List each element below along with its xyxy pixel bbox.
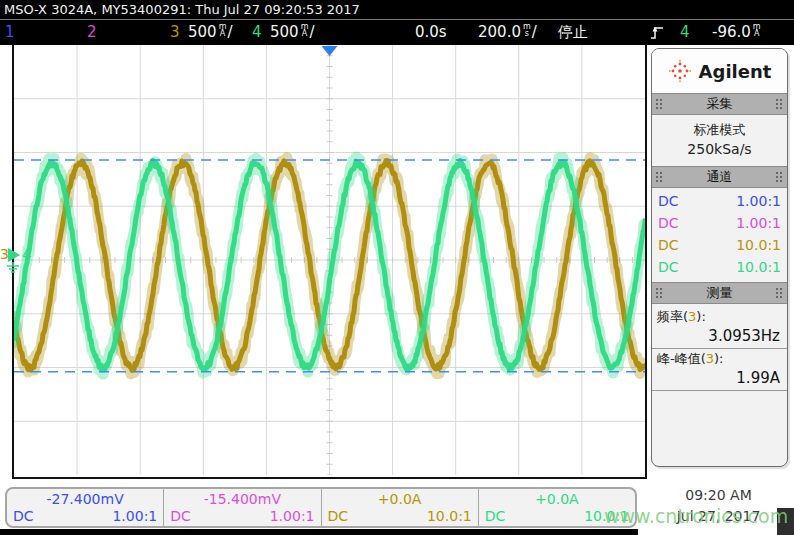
channel1-button[interactable]: 1 bbox=[5, 20, 15, 44]
grip-icon bbox=[775, 287, 784, 299]
trigger-slope-icon bbox=[650, 24, 664, 48]
titlebar-text: MSO-X 3024A, MY53400291: Thu Jul 27 09:2… bbox=[4, 2, 360, 17]
channel4-ground-arrow-icon bbox=[8, 248, 20, 262]
watermark: www.cntronics.com bbox=[604, 505, 788, 527]
brand-name: Agilent bbox=[699, 61, 772, 82]
channel3-button[interactable]: 3 bbox=[170, 20, 180, 44]
ground-marker-cluster[interactable]: 3 4 bbox=[0, 240, 44, 276]
grip-icon bbox=[655, 98, 664, 110]
grip-icon bbox=[655, 171, 664, 183]
channel3-offset-value: +0.0A bbox=[322, 490, 478, 508]
status-toolbar: 1 2 3 500mA/ 4 500mA/ 0.0s 200.0ms/ 停止 4… bbox=[0, 19, 794, 45]
channels-panel: DC1.00:1 DC1.00:1 DC10.0:1 DC10.0:1 bbox=[652, 188, 787, 282]
channel4-scale[interactable]: 500mA/ bbox=[270, 20, 315, 44]
channel1-offset-value: -27.400mV bbox=[7, 490, 163, 508]
millisecond-unit: ms bbox=[523, 23, 531, 37]
clock-time: 09:20 AM bbox=[647, 485, 790, 505]
channel2-button[interactable]: 2 bbox=[87, 20, 97, 44]
grip-icon bbox=[655, 287, 664, 299]
channel3-summary[interactable]: DC10.0:1 bbox=[652, 234, 787, 256]
ground-symbol-icon bbox=[7, 262, 19, 272]
acquire-panel-header[interactable]: 采集 bbox=[652, 93, 787, 115]
channel3-scale[interactable]: 500mA/ bbox=[188, 20, 233, 44]
coupling-label: DC bbox=[328, 508, 349, 525]
channel3-status-box[interactable]: +0.0A DC10.0:1 bbox=[322, 489, 479, 526]
oscilloscope-screen: MSO-X 3024A, MY53400291: Thu Jul 27 09:2… bbox=[0, 0, 794, 535]
channel2-offset-value: -15.400mV bbox=[164, 490, 320, 508]
measure-panel-header[interactable]: 测量 bbox=[652, 282, 787, 304]
sample-rate: 250kSa/s bbox=[656, 139, 783, 159]
milliamp-unit: mA bbox=[301, 23, 309, 37]
trigger-level[interactable]: -96.0mA bbox=[712, 20, 762, 44]
measure-pkpk-label: 峰-峰值(3): bbox=[652, 349, 787, 368]
channel1-summary[interactable]: DC1.00:1 bbox=[652, 190, 787, 212]
milliamp-unit: mA bbox=[753, 23, 761, 37]
channel4-button[interactable]: 4 bbox=[252, 20, 262, 44]
channel4-ground-marker: 4 bbox=[22, 246, 32, 264]
agilent-starburst-icon bbox=[668, 59, 692, 83]
brand-row: Agilent bbox=[652, 49, 787, 93]
measure-pkpk-value: 1.99A bbox=[652, 368, 787, 391]
channel-status-bar: -27.400mV DC1.00:1 -15.400mV DC1.00:1 +0… bbox=[5, 487, 637, 528]
coupling-label: DC bbox=[13, 508, 34, 525]
channel3-ground-marker: 3 bbox=[0, 246, 9, 262]
acquire-panel: 标准模式 250kSa/s bbox=[652, 115, 787, 166]
time-offset[interactable]: 0.0s bbox=[415, 20, 447, 44]
trigger-source[interactable]: 4 bbox=[680, 20, 690, 44]
measure-frequency-label: 频率(3): bbox=[652, 307, 787, 326]
titlebar: MSO-X 3024A, MY53400291: Thu Jul 27 09:2… bbox=[0, 0, 794, 19]
waveform-display bbox=[14, 45, 645, 475]
grip-icon bbox=[775, 98, 784, 110]
bottom-bar bbox=[0, 529, 638, 535]
probe-ratio: 1.00:1 bbox=[112, 508, 157, 525]
probe-ratio: 10.0:1 bbox=[427, 508, 472, 525]
milliamp-unit: mA bbox=[219, 23, 227, 37]
coupling-label: DC bbox=[485, 508, 506, 525]
run-state-label: 停止 bbox=[558, 20, 588, 44]
probe-ratio: 1.00:1 bbox=[270, 508, 315, 525]
channel2-summary[interactable]: DC1.00:1 bbox=[652, 212, 787, 234]
measure-panel: 频率(3): 3.0953Hz 峰-峰值(3): 1.99A bbox=[652, 304, 787, 391]
channel2-status-box[interactable]: -15.400mV DC1.00:1 bbox=[164, 489, 321, 526]
acquire-mode: 标准模式 bbox=[656, 120, 783, 139]
measure-frequency-value: 3.0953Hz bbox=[652, 326, 787, 349]
grip-icon bbox=[775, 171, 784, 183]
timebase-setting[interactable]: 200.0ms/ bbox=[478, 20, 537, 44]
channel4-summary[interactable]: DC10.0:1 bbox=[652, 256, 787, 278]
channel1-status-box[interactable]: -27.400mV DC1.00:1 bbox=[7, 489, 164, 526]
coupling-label: DC bbox=[170, 508, 191, 525]
channels-panel-header[interactable]: 通道 bbox=[652, 166, 787, 188]
sidebar: Agilent 采集 标准模式 250kSa/s 通道 DC1.00:1 DC1… bbox=[651, 48, 788, 467]
waveform-plot-area bbox=[12, 45, 647, 479]
